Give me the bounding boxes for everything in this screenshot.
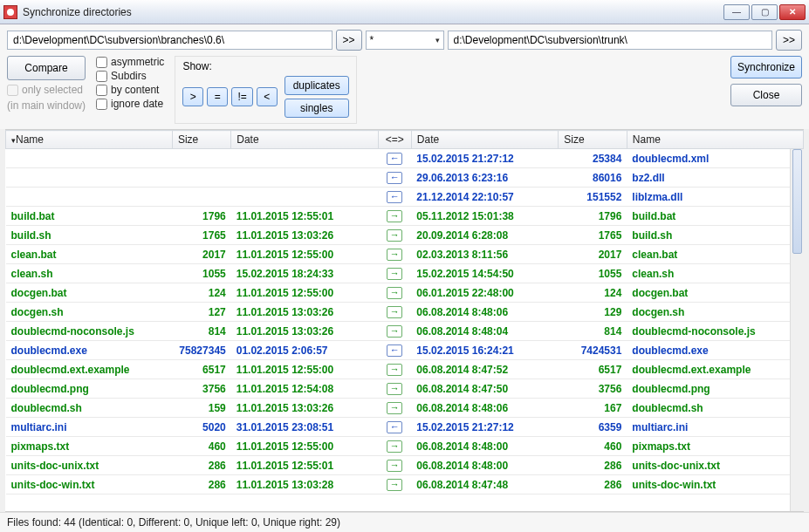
direction-cell[interactable]: ← <box>378 418 411 437</box>
minimize-button[interactable]: — <box>723 4 750 20</box>
chevron-down-icon: ▾ <box>435 36 440 44</box>
left-date <box>231 168 378 188</box>
table-row[interactable]: ←29.06.2013 6:23:1686016bz2.dll <box>6 168 804 188</box>
right-size: 1055 <box>559 264 627 283</box>
direction-cell[interactable]: → <box>378 379 411 399</box>
by-content-checkbox[interactable]: by content <box>96 84 164 96</box>
show-duplicates-button[interactable]: duplicates <box>285 76 349 95</box>
close-window-button[interactable]: ✕ <box>779 4 806 20</box>
left-name: doublecmd.exe <box>6 341 173 360</box>
table-row[interactable]: units-doc-unix.txt28611.01.2015 12:55:01… <box>6 456 804 475</box>
table-row[interactable]: doublecmd-noconsole.js81411.01.2015 13:0… <box>6 322 804 341</box>
table-row[interactable]: docgen.sh12711.01.2015 13:03:26→06.08.20… <box>6 303 804 322</box>
direction-cell[interactable]: → <box>378 399 411 418</box>
right-date: 15.02.2015 21:27:12 <box>411 149 558 168</box>
direction-cell[interactable]: → <box>378 245 411 264</box>
left-path-input[interactable] <box>7 31 333 50</box>
right-path-input[interactable] <box>448 31 773 50</box>
show-newer-right-button[interactable]: < <box>257 87 278 106</box>
table-row[interactable]: clean.bat201711.01.2015 12:55:00→02.03.2… <box>6 245 804 264</box>
status-bar: Files found: 44 (Identical: 0, Different… <box>0 512 809 532</box>
direction-cell[interactable]: ← <box>378 168 411 188</box>
col-date-left[interactable]: Date <box>231 131 378 149</box>
left-name: multiarc.ini <box>6 418 173 437</box>
right-size: 6517 <box>559 360 627 379</box>
direction-cell[interactable]: → <box>378 303 411 322</box>
direction-cell[interactable]: → <box>378 207 411 226</box>
vertical-scrollbar[interactable] <box>790 149 804 511</box>
right-name: multiarc.ini <box>627 418 803 437</box>
maximize-button[interactable]: ▢ <box>751 4 778 20</box>
left-date: 11.01.2015 13:03:26 <box>231 226 378 245</box>
table-row[interactable]: doublecmd.ext.example651711.01.2015 12:5… <box>6 360 804 379</box>
only-selected-checkbox[interactable]: only selected <box>7 84 86 96</box>
scrollbar-thumb[interactable] <box>792 149 802 254</box>
right-size: 86016 <box>559 168 627 188</box>
direction-cell[interactable]: ← <box>378 149 411 168</box>
col-size-right[interactable]: Size <box>559 131 627 149</box>
col-date-right[interactable]: Date <box>411 131 558 149</box>
right-date: 15.02.2015 14:54:50 <box>411 264 558 283</box>
left-date: 11.01.2015 12:55:00 <box>231 245 378 264</box>
synchronize-button[interactable]: Synchronize <box>730 56 802 78</box>
asymmetric-checkbox[interactable]: asymmetric <box>96 56 164 68</box>
table-row[interactable]: units-doc-win.txt28611.01.2015 13:03:28→… <box>6 475 804 494</box>
arrow-right-icon: → <box>387 440 402 453</box>
left-name: clean.sh <box>6 264 173 283</box>
col-name-left[interactable]: ▾Name <box>6 131 173 149</box>
table-row[interactable]: ←21.12.2014 22:10:57151552liblzma.dll <box>6 188 804 207</box>
ignore-date-checkbox[interactable]: ignore date <box>96 98 164 110</box>
col-compare[interactable]: <=> <box>378 131 411 149</box>
show-newer-left-button[interactable]: > <box>182 87 203 106</box>
left-date <box>231 149 378 168</box>
direction-cell[interactable]: → <box>378 283 411 303</box>
direction-cell[interactable]: → <box>378 226 411 245</box>
main-window-hint: (in main window) <box>7 99 86 112</box>
direction-cell[interactable]: → <box>378 264 411 283</box>
table-row[interactable]: pixmaps.txt46011.01.2015 12:55:00→06.08.… <box>6 437 804 456</box>
compare-grid[interactable]: ▾Name Size Date <=> Date Size Name ←15.0… <box>5 129 804 512</box>
direction-cell[interactable]: → <box>378 322 411 341</box>
options-toolbar: Compare only selected (in main window) a… <box>0 54 809 129</box>
left-name: units-doc-unix.txt <box>6 456 173 475</box>
right-name: doublecmd.ext.example <box>627 360 803 379</box>
direction-cell[interactable]: → <box>378 456 411 475</box>
table-row[interactable]: clean.sh105515.02.2015 18:24:33→15.02.20… <box>6 264 804 283</box>
left-name: docgen.bat <box>6 283 173 303</box>
direction-cell[interactable]: → <box>378 360 411 379</box>
table-row[interactable]: doublecmd.png375611.01.2015 12:54:08→06.… <box>6 379 804 399</box>
table-row[interactable]: multiarc.ini502031.01.2015 23:08:51←15.0… <box>6 418 804 437</box>
col-size-left[interactable]: Size <box>172 131 230 149</box>
left-name: doublecmd.sh <box>6 399 173 418</box>
direction-cell[interactable]: ← <box>378 188 411 207</box>
compare-button[interactable]: Compare <box>7 56 86 80</box>
direction-cell[interactable]: ← <box>378 341 411 360</box>
left-date <box>231 188 378 207</box>
header-row: ▾Name Size Date <=> Date Size Name <box>6 131 804 149</box>
subdirs-checkbox[interactable]: Subdirs <box>96 70 164 82</box>
show-equal-button[interactable]: = <box>207 87 228 106</box>
direction-cell[interactable]: → <box>378 437 411 456</box>
direction-cell[interactable]: → <box>378 475 411 494</box>
table-row[interactable]: ←15.02.2015 21:27:1225384doublecmd.xml <box>6 149 804 168</box>
left-go-button[interactable]: >> <box>336 30 362 51</box>
right-name: doublecmd.xml <box>627 149 803 168</box>
table-row[interactable]: build.sh176511.01.2015 13:03:26→20.09.20… <box>6 226 804 245</box>
close-button[interactable]: Close <box>730 84 802 106</box>
right-go-button[interactable]: >> <box>776 30 802 51</box>
table-row[interactable]: doublecmd.sh15911.01.2015 13:03:26→06.08… <box>6 399 804 418</box>
left-size <box>172 188 230 207</box>
right-size: 460 <box>559 437 627 456</box>
show-not-equal-button[interactable]: != <box>231 87 252 106</box>
compare-options: asymmetric Subdirs by content ignore dat… <box>96 56 164 110</box>
window-title: Synchronize directories <box>23 6 723 18</box>
right-date: 06.08.2014 8:48:00 <box>411 456 558 475</box>
table-row[interactable]: docgen.bat12411.01.2015 12:55:00→06.01.2… <box>6 283 804 303</box>
filter-combo[interactable]: * ▾ <box>366 31 444 50</box>
show-singles-button[interactable]: singles <box>285 99 349 118</box>
table-row[interactable]: build.bat179611.01.2015 12:55:01→05.11.2… <box>6 207 804 226</box>
col-name-right[interactable]: Name <box>627 131 803 149</box>
right-name: units-doc-unix.txt <box>627 456 803 475</box>
right-name: bz2.dll <box>627 168 803 188</box>
table-row[interactable]: doublecmd.exe7582734501.02.2015 2:06:57←… <box>6 341 804 360</box>
